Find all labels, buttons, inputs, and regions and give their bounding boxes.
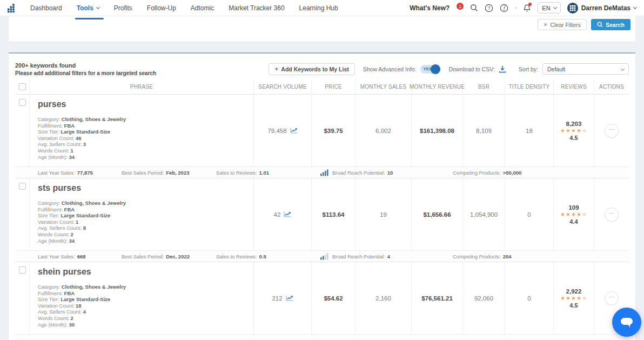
nav-item-profits[interactable]: Profits	[114, 4, 132, 12]
search-label: Search	[606, 22, 625, 28]
row-checkbox-cell	[15, 178, 30, 250]
nav-label: Adtomic	[191, 4, 214, 12]
footer-stat: Broad Reach Potential:4	[320, 253, 453, 260]
nav-item-learning-hub[interactable]: Learning Hub	[299, 4, 338, 12]
nav-item-dashboard[interactable]: Dashboard	[30, 4, 62, 12]
trend-chart-icon[interactable]	[290, 128, 298, 134]
add-keywords-label: Add Keywords to My List	[281, 66, 348, 72]
footer-stat: Best Sales Period:Feb, 2023	[122, 170, 216, 176]
advanced-info-toggle[interactable]: YES	[420, 65, 439, 74]
download-csv-label: Download to CSV:	[448, 66, 494, 72]
phrase-details: Category: Clothing, Shoes & JewelryFulfi…	[38, 200, 126, 244]
notifications-bell-icon[interactable]	[523, 4, 531, 12]
star-rating-icon: ★★★★★	[560, 128, 587, 134]
row-checkbox[interactable]	[19, 266, 26, 274]
row-actions-button[interactable]: ···	[605, 291, 619, 305]
table-body: purses Category: Clothing, Shoes & Jewel…	[15, 95, 629, 340]
phrase-detail: Variation Count: 1	[38, 219, 126, 225]
phrase-detail: Category: Clothing, Shoes & Jewelry	[38, 200, 126, 206]
actions-cell: ···	[594, 95, 629, 166]
price-cell: $113.64	[312, 178, 355, 250]
row-actions-button[interactable]: ···	[605, 208, 619, 222]
phrase-detail: Avg. Sellers Count: 4	[38, 309, 126, 315]
close-icon: ✕	[544, 22, 548, 28]
language-selector[interactable]: EN	[538, 2, 560, 14]
help-icon[interactable]: ?	[485, 4, 493, 12]
rating-value: 4.5	[569, 135, 578, 141]
phrase-detail: Size Tier: Large Standard-Size	[38, 129, 126, 135]
results-toolbar: 200+ keywords found Please add additiona…	[15, 54, 629, 77]
rating-value: 4.5	[569, 302, 578, 309]
phrase-detail: Category: Clothing, Shoes & Jewelry	[38, 116, 126, 123]
keyword-phrase[interactable]: sts purses	[38, 183, 81, 193]
whats-new-link[interactable]: What's New?	[410, 4, 450, 12]
row-checkbox[interactable]	[19, 99, 26, 106]
monthly-revenue-cell: $76,561.21	[412, 262, 463, 334]
footer-stat: Last Year Sales:77,875	[38, 170, 122, 176]
app-logo-icon[interactable]	[8, 3, 17, 13]
col-header-bsr[interactable]: BSR	[463, 79, 505, 94]
nav-label: Dashboard	[30, 4, 62, 12]
notification-dot	[528, 3, 532, 6]
col-header-price[interactable]: PRICE	[312, 79, 355, 94]
price-cell: $39.75	[312, 95, 355, 166]
search-icon[interactable]	[470, 4, 478, 12]
select-all-checkbox[interactable]	[19, 83, 26, 90]
col-header-reviews[interactable]: REVIEWS	[554, 79, 594, 94]
user-menu[interactable]: Darren DeMatas	[567, 3, 636, 14]
download-icon[interactable]	[499, 65, 506, 73]
results-info: 200+ keywords found Please add additiona…	[15, 62, 156, 76]
nav-item-follow-up[interactable]: Follow-Up	[147, 4, 176, 12]
footer-stat: Best Sales Period:Dec, 2022	[122, 254, 216, 259]
keyword-row: sts purses Category: Clothing, Shoes & J…	[15, 178, 629, 262]
chevron-down-icon	[633, 5, 637, 9]
row-actions-button[interactable]: ···	[605, 124, 619, 138]
main-menu: Dashboard Tools Profits Follow-Up Adtomi…	[30, 4, 338, 12]
svg-text:?: ?	[488, 5, 491, 11]
search-volume-value: 42	[274, 211, 281, 218]
title-density-cell: 0	[505, 262, 554, 334]
phrase-detail: Age (Month): 34	[38, 238, 126, 244]
nav-item-tools[interactable]: Tools	[77, 4, 99, 12]
phrase-detail: Avg. Sellers Count: 3	[38, 141, 126, 148]
col-header-monthly-revenue[interactable]: MONTHLY REVENUE	[412, 79, 463, 94]
phrase-detail: Age (Month): 34	[38, 154, 126, 161]
search-volume-cell: 42	[254, 178, 312, 250]
trend-chart-icon[interactable]	[284, 211, 291, 217]
col-header-monthly-sales[interactable]: MONTHLY SALES	[355, 79, 412, 94]
phrase-detail: Variation Count: 18	[38, 303, 126, 309]
select-all-cell	[15, 79, 30, 94]
footer-stat: Competing Products:>50,000	[453, 170, 521, 176]
phrase-detail: Words Count: 2	[38, 231, 126, 238]
col-header-title-density[interactable]: TITLE DENSITY	[505, 79, 554, 94]
phrase-detail: Fulfillment: FBA	[38, 290, 126, 297]
top-nav: Dashboard Tools Profits Follow-Up Adtomi…	[0, 0, 644, 16]
col-header-phrase[interactable]: PHRASE	[30, 79, 254, 94]
bsr-cell: 92,060	[463, 262, 505, 334]
nav-item-adtomic[interactable]: Adtomic	[191, 4, 214, 12]
nav-label: Tools	[77, 4, 93, 12]
clear-filters-button[interactable]: ✕ Clear Filters	[538, 19, 587, 30]
table-header-row: PHRASE SEARCH VOLUME PRICE MONTHLY SALES…	[15, 79, 629, 95]
phrase-cell: shein purses Category: Clothing, Shoes &…	[30, 262, 254, 334]
trend-chart-icon[interactable]	[286, 295, 293, 301]
keyword-row: purses Category: Clothing, Shoes & Jewel…	[15, 95, 629, 178]
user-name: Darren DeMatas	[581, 4, 630, 12]
col-header-search-volume[interactable]: SEARCH VOLUME	[254, 79, 312, 94]
keyword-phrase[interactable]: purses	[38, 99, 66, 109]
chevron-down-icon	[96, 5, 100, 9]
plus-icon: +	[274, 65, 278, 73]
add-keywords-button[interactable]: + Add Keywords to My List	[269, 63, 354, 75]
row-checkbox-cell	[15, 262, 30, 334]
facebook-icon[interactable]: f	[500, 4, 508, 12]
nav-item-market-tracker-360[interactable]: Market Tracker 360	[229, 4, 284, 12]
search-volume-value: 79,458	[267, 128, 286, 134]
chat-launcher-button[interactable]	[612, 308, 641, 337]
phrase-detail: Age (Month): 30	[38, 322, 126, 328]
search-volume-cell: 212	[254, 262, 312, 334]
results-hint: Please add additional filters for a more…	[15, 70, 156, 76]
keyword-phrase[interactable]: shein purses	[38, 267, 91, 277]
sort-select[interactable]: Default	[542, 63, 629, 75]
search-button[interactable]: Search	[591, 19, 630, 30]
row-checkbox[interactable]	[19, 183, 26, 190]
